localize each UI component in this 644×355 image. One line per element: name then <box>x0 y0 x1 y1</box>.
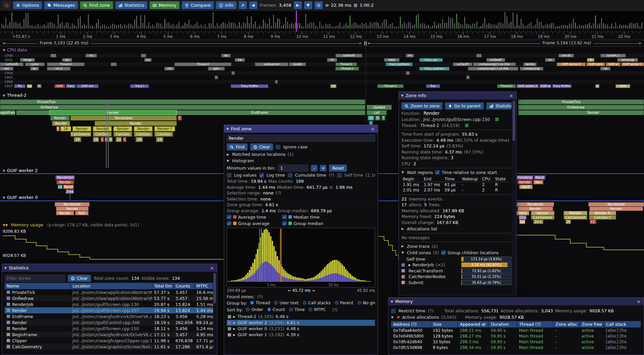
timeline-zone[interactable]: Render <box>49 110 177 115</box>
timeline-zone[interactable] <box>70 194 70 201</box>
timeline-zone[interactable]: BeginFrame <box>0 110 15 115</box>
timeline-zone[interactable]: GUIF w <box>539 84 551 88</box>
timeline-zone[interactable]: CalcGeo C <box>589 215 616 220</box>
table-row[interactable]: RenderJobjni/../jni/src/guif/Screen.cpp:… <box>5 301 214 307</box>
radio-parent[interactable]: Parent <box>334 300 354 305</box>
timeline-zone[interactable]: S5 <box>368 116 374 121</box>
thread2-header[interactable]: ▼Thread-2 <box>3 93 26 98</box>
timeline-zone[interactable]: RenderJol <box>55 175 75 180</box>
timeline-zone[interactable]: Render <box>56 211 74 215</box>
log-values-checkbox[interactable] <box>227 173 231 178</box>
timeline-zone[interactable]: GUIF work <box>586 62 605 66</box>
timeline-zone[interactable]: CalcGeo <box>154 132 173 137</box>
timeline-zone[interactable]: kwoc <box>384 58 399 62</box>
relative-time-checkbox[interactable] <box>435 170 440 175</box>
timeline-zone[interactable]: RenderJob <box>55 202 90 207</box>
timeline-zone[interactable]: syste <box>615 84 630 88</box>
zoom-frame-button[interactable]: ▼ <box>304 1 312 9</box>
column-header[interactable]: Address (?) <box>391 321 431 327</box>
close-icon[interactable]: × <box>209 265 215 271</box>
radio-order[interactable]: Order <box>246 307 263 312</box>
timeline-zone[interactable]: audioserver <box>255 62 288 66</box>
timeline-zone[interactable]: [audio <box>289 62 306 66</box>
timeline-zone[interactable]: 24 <box>156 137 163 142</box>
ignore-case-checkbox[interactable] <box>276 145 280 149</box>
timeline-zone[interactable]: RenderJob <box>70 116 177 121</box>
radio-user-text[interactable]: User text <box>274 300 299 305</box>
timeline-zone[interactable]: Rencer <box>531 211 554 215</box>
timeline-zone[interactable]: C <box>178 116 182 121</box>
timeline-zone[interactable]: CalcGeome <box>531 215 554 220</box>
timeline-zone[interactable]: ba <box>221 54 231 57</box>
table-row[interactable]: Renderjni/../jni/src/guif/Control.cpp:34… <box>5 319 214 325</box>
column-header[interactable]: MTPC <box>194 283 214 289</box>
timeline-zone[interactable]: composer@2.1-se (Hw <box>473 62 516 66</box>
min-bin-input[interactable] <box>278 165 308 172</box>
log-time-checkbox[interactable] <box>259 173 264 178</box>
timeline-zone[interactable]: Render <box>518 207 553 211</box>
clear-filter-button[interactable]: Clear <box>68 275 91 282</box>
overview-frame-marker[interactable] <box>296 11 297 32</box>
timeline-zone[interactable]: C <box>123 137 126 142</box>
radio-mtpc[interactable]: MTPC <box>308 307 326 312</box>
timeline-zone[interactable]: Thread-2 <box>497 84 516 88</box>
collapse-icon[interactable]: ▼ <box>401 94 404 97</box>
timeline-zone[interactable]: A <box>330 84 336 88</box>
timeline-zone[interactable]: im <box>545 58 555 62</box>
timeline-zone[interactable]: 16 <box>566 220 571 224</box>
legend-group-average[interactable]: Group average <box>227 221 282 226</box>
column-header[interactable]: Size <box>431 321 458 327</box>
restrict-time-checkbox[interactable] <box>391 309 396 313</box>
table-row[interactable]: Clipperjni/../jni/src/claw/gfx/geo/Clipp… <box>5 338 214 344</box>
zone-trace-node[interactable]: ▶Zone trace(2) <box>401 244 512 249</box>
child-zone-row[interactable]: CalcRenderNodes51.51 µs (1.15%) <box>401 274 512 279</box>
timeline-zone[interactable]: call <box>367 110 387 115</box>
timeline-zone[interactable]: kw:gp <box>20 58 35 62</box>
timeline-zone[interactable]: system_s <box>600 54 626 57</box>
timeline-zone[interactable]: iworke <box>523 62 537 66</box>
column-header[interactable]: Appeared at <box>458 321 489 327</box>
power-button[interactable] <box>3 1 11 9</box>
scrollbar-thumb[interactable] <box>213 273 216 303</box>
source-color-swatch[interactable] <box>495 118 499 121</box>
timeline-zone[interactable] <box>106 99 107 168</box>
wait-regions-node[interactable]: ▼Wait regions Time relative to zone star… <box>401 170 512 175</box>
timeline-zone[interactable]: Tracy Profiler <box>231 84 268 88</box>
radio-count[interactable]: Count <box>267 307 285 312</box>
column-header[interactable]: Location <box>70 283 152 289</box>
timeline-zone[interactable]: Trac <box>426 84 440 88</box>
timeline-zone[interactable]: GUIF worker 2 <box>621 62 644 66</box>
messages-button[interactable]: Messages <box>44 1 78 9</box>
found-zone-group[interactable]: ▶Thread-2(4,105)6.46 s <box>227 314 375 320</box>
timeline-zone[interactable]: 26 <box>136 137 143 142</box>
timeline-zone[interactable]: Dra <box>519 215 527 220</box>
radio-thread[interactable]: Thread <box>250 300 270 305</box>
find-zone-button[interactable]: Find zone <box>80 1 113 9</box>
table-row[interactable]: 1.91 ms1.97 ms61 µs-2R <box>401 182 509 187</box>
timeline-zone[interactable]: Render <box>56 180 74 184</box>
timeline-zone[interactable]: PrivateTick <box>0 99 365 104</box>
zone-search-input[interactable] <box>227 135 375 142</box>
column-header[interactable]: Zone alloc <box>553 321 580 327</box>
table-row[interactable]: 0x7e049b3d00128 bytes298.27 ms59.95 sMai… <box>391 333 641 339</box>
timeline-zone[interactable]: Render F <box>154 126 175 131</box>
memory-titlebar[interactable]: ▼ Memory × <box>388 298 644 305</box>
frames-overview-strip[interactable] <box>0 11 644 32</box>
column-header[interactable]: CPU <box>481 176 494 182</box>
histogram-node[interactable]: ▼Histogram <box>227 158 375 163</box>
radio-time[interactable]: Time <box>289 307 305 312</box>
legend-median-time[interactable]: Median time <box>282 215 337 220</box>
close-icon[interactable]: × <box>370 126 375 132</box>
prev-frame-button[interactable]: ◀ <box>249 1 257 9</box>
timeline-zone[interactable]: 24 <box>74 137 81 142</box>
increment-button[interactable]: + <box>320 165 326 171</box>
time-ruler[interactable]: +55.83 s1 ms2 ms3 ms4 ms5 ms6 ms7 ms8 ms… <box>0 32 644 40</box>
thread-color-swatch[interactable] <box>465 124 469 127</box>
table-row[interactable]: 0x7dfaa64e00192 bytes298.21 ms59.95 sMai… <box>391 327 641 333</box>
radio-call-stacks[interactable]: Call stacks <box>303 300 331 305</box>
timeline-zone[interactable]: Tracy Profiler <box>552 84 572 88</box>
timeline-zone[interactable]: M <box>37 84 42 88</box>
timeline-zone[interactable]: 16 <box>93 137 99 142</box>
statistics-button[interactable]: Statistics <box>486 102 512 109</box>
timeline-zone[interactable]: im <box>406 54 414 57</box>
